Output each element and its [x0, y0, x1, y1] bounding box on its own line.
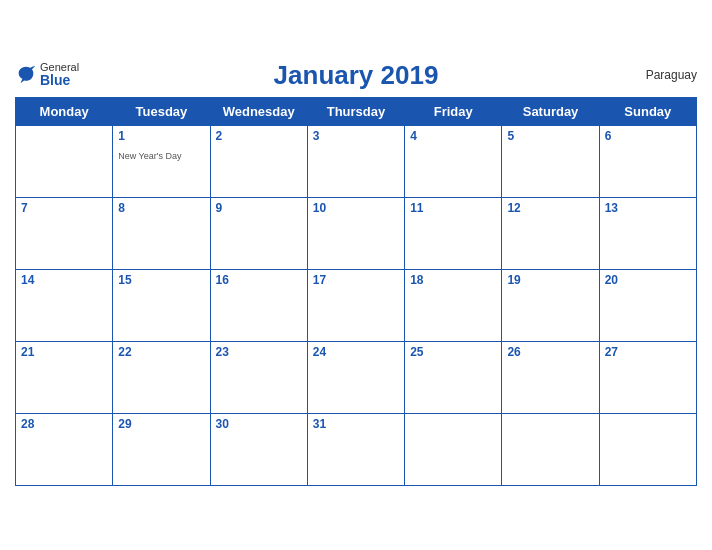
day-number: 9 [216, 201, 302, 215]
day-cell: 7 [16, 197, 113, 269]
day-number: 11 [410, 201, 496, 215]
day-number: 18 [410, 273, 496, 287]
logo-bird-icon [15, 64, 37, 86]
calendar-row: 14151617181920 [16, 269, 697, 341]
day-number: 28 [21, 417, 107, 431]
day-number: 7 [21, 201, 107, 215]
day-number: 24 [313, 345, 399, 359]
weekday-header-friday: Friday [405, 97, 502, 125]
day-cell: 4 [405, 125, 502, 197]
day-number: 31 [313, 417, 399, 431]
day-number: 6 [605, 129, 691, 143]
day-number: 22 [118, 345, 204, 359]
day-cell: 9 [210, 197, 307, 269]
day-number: 3 [313, 129, 399, 143]
day-number: 13 [605, 201, 691, 215]
day-cell: 24 [307, 341, 404, 413]
calendar-header: General Blue January 2019 Paraguay [15, 60, 697, 91]
calendar-country: Paraguay [646, 68, 697, 82]
day-cell: 8 [113, 197, 210, 269]
day-cell [502, 413, 599, 485]
day-cell [599, 413, 696, 485]
day-cell: 2 [210, 125, 307, 197]
day-cell: 12 [502, 197, 599, 269]
day-cell: 13 [599, 197, 696, 269]
weekday-header-monday: Monday [16, 97, 113, 125]
day-number: 26 [507, 345, 593, 359]
day-cell: 31 [307, 413, 404, 485]
day-number: 4 [410, 129, 496, 143]
calendar-row: 1New Year's Day23456 [16, 125, 697, 197]
day-number: 20 [605, 273, 691, 287]
day-cell: 27 [599, 341, 696, 413]
day-number: 17 [313, 273, 399, 287]
day-cell: 18 [405, 269, 502, 341]
day-number: 12 [507, 201, 593, 215]
day-number: 2 [216, 129, 302, 143]
calendar-row: 78910111213 [16, 197, 697, 269]
day-cell: 3 [307, 125, 404, 197]
day-number: 25 [410, 345, 496, 359]
day-cell: 26 [502, 341, 599, 413]
day-number: 14 [21, 273, 107, 287]
day-number: 10 [313, 201, 399, 215]
calendar-row: 21222324252627 [16, 341, 697, 413]
day-event: New Year's Day [118, 151, 181, 161]
day-cell: 21 [16, 341, 113, 413]
day-number: 5 [507, 129, 593, 143]
day-cell: 15 [113, 269, 210, 341]
day-cell: 19 [502, 269, 599, 341]
logo: General Blue [15, 61, 79, 88]
day-cell: 10 [307, 197, 404, 269]
day-cell: 16 [210, 269, 307, 341]
day-cell: 22 [113, 341, 210, 413]
calendar-wrapper: General Blue January 2019 Paraguay Monda… [0, 50, 712, 501]
day-number: 1 [118, 129, 204, 143]
day-cell: 14 [16, 269, 113, 341]
weekday-header-tuesday: Tuesday [113, 97, 210, 125]
day-cell: 11 [405, 197, 502, 269]
weekday-header-thursday: Thursday [307, 97, 404, 125]
day-number: 19 [507, 273, 593, 287]
weekday-header-sunday: Sunday [599, 97, 696, 125]
day-cell: 29 [113, 413, 210, 485]
day-cell [405, 413, 502, 485]
day-cell: 6 [599, 125, 696, 197]
day-number: 8 [118, 201, 204, 215]
weekday-header-saturday: Saturday [502, 97, 599, 125]
day-cell: 5 [502, 125, 599, 197]
day-number: 27 [605, 345, 691, 359]
day-number: 29 [118, 417, 204, 431]
calendar-table: MondayTuesdayWednesdayThursdayFridaySatu… [15, 97, 697, 486]
weekday-header-wednesday: Wednesday [210, 97, 307, 125]
calendar-title: January 2019 [274, 60, 439, 91]
day-number: 15 [118, 273, 204, 287]
day-cell: 1New Year's Day [113, 125, 210, 197]
logo-blue-text: Blue [40, 73, 79, 88]
day-number: 16 [216, 273, 302, 287]
day-cell: 28 [16, 413, 113, 485]
weekday-header-row: MondayTuesdayWednesdayThursdayFridaySatu… [16, 97, 697, 125]
day-cell: 25 [405, 341, 502, 413]
day-cell: 17 [307, 269, 404, 341]
day-cell: 20 [599, 269, 696, 341]
day-number: 21 [21, 345, 107, 359]
day-number: 23 [216, 345, 302, 359]
day-cell: 23 [210, 341, 307, 413]
calendar-row: 28293031 [16, 413, 697, 485]
day-cell: 30 [210, 413, 307, 485]
day-cell [16, 125, 113, 197]
day-number: 30 [216, 417, 302, 431]
